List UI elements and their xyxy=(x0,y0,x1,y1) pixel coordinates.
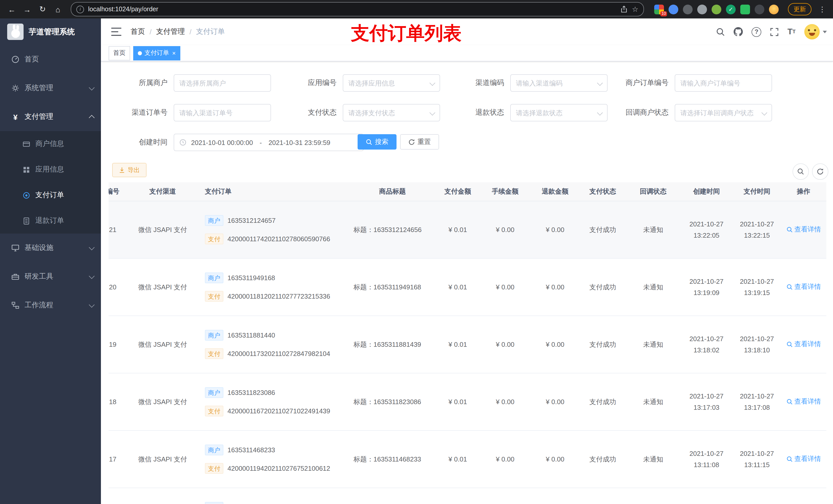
notify-status-select[interactable] xyxy=(675,104,772,121)
bookmark-star-icon[interactable]: ☆ xyxy=(632,5,638,13)
github-icon[interactable] xyxy=(734,27,743,37)
view-detail-link[interactable]: 查看详情 xyxy=(786,283,821,292)
fullscreen-icon[interactable] xyxy=(770,27,779,36)
channel-code-input[interactable] xyxy=(511,79,607,87)
cell-pay-amount: ¥ 0.01 xyxy=(436,316,479,373)
view-detail-link[interactable]: 查看详情 xyxy=(786,455,821,464)
merchant-order-field[interactable] xyxy=(675,74,772,92)
cell-create-time: 2021-10-27 13:18:02 xyxy=(680,316,733,373)
sidebar-item-workflow[interactable]: 工作流程 xyxy=(0,291,101,320)
breadcrumb-section[interactable]: 支付管理 xyxy=(156,27,185,37)
col-pay-status: 支付状态 xyxy=(579,182,626,201)
hamburger-icon[interactable] xyxy=(111,28,121,36)
logo-image xyxy=(7,24,24,40)
browser-reload-button[interactable]: ↻ xyxy=(36,3,49,16)
channel-order-input[interactable] xyxy=(174,109,270,117)
app-logo: 芋道管理系统 xyxy=(0,19,101,45)
export-button[interactable]: 导出 xyxy=(112,163,146,177)
sidebar-item-refund-order[interactable]: 退款订单 xyxy=(0,208,101,234)
sidebar-item-app-info[interactable]: 应用信息 xyxy=(0,157,101,182)
page-info-icon[interactable]: i xyxy=(76,5,84,13)
cell-action: 查看详情 xyxy=(781,258,826,316)
merchant-order-no: 1635312124657 xyxy=(228,217,276,224)
extension-icon-check[interactable]: ✓ xyxy=(726,4,736,14)
extension-icon-grid[interactable]: 10 xyxy=(654,4,664,14)
search-button[interactable]: 搜索 xyxy=(358,134,397,149)
refund-status-select[interactable] xyxy=(510,104,608,121)
share-icon[interactable] xyxy=(621,6,628,13)
filter-merchant: 所属商户 xyxy=(111,74,271,92)
app-select[interactable] xyxy=(343,74,440,92)
app-input[interactable] xyxy=(343,79,439,87)
sidebar-item-home[interactable]: 首页 xyxy=(0,45,101,74)
merchant-order-input[interactable] xyxy=(675,79,771,87)
extension-icon-pin[interactable] xyxy=(755,4,764,14)
extension-icon-gray[interactable] xyxy=(697,4,707,14)
notify-status-input[interactable] xyxy=(675,109,771,117)
search-icon[interactable] xyxy=(716,27,725,36)
merchant-badge: 商户 xyxy=(205,502,223,504)
close-icon[interactable]: × xyxy=(172,50,176,56)
pay-status-input[interactable] xyxy=(343,109,439,117)
reset-button[interactable]: 重置 xyxy=(400,134,439,149)
extension-icon-drop[interactable] xyxy=(669,4,678,14)
channel-code-select[interactable] xyxy=(510,74,608,92)
dashboard-icon xyxy=(11,55,20,64)
date-range-picker[interactable]: 2021-10-01 00:00:00 - 2021-10-31 23:59:5… xyxy=(174,134,364,151)
breadcrumb-home[interactable]: 首页 xyxy=(130,27,145,37)
sidebar-item-system[interactable]: 系统管理 xyxy=(0,74,101,102)
filter-pay-status: 支付状态 xyxy=(280,104,440,121)
extension-icon-dark[interactable] xyxy=(683,4,693,14)
cell-id: 18 xyxy=(109,373,128,431)
extension-icon-face[interactable] xyxy=(769,4,779,14)
browser-forward-button[interactable]: → xyxy=(21,3,34,16)
browser-update-button[interactable]: 更新 xyxy=(788,3,811,15)
user-avatar[interactable] xyxy=(804,24,827,40)
view-detail-link[interactable]: 查看详情 xyxy=(786,225,821,234)
refresh-button[interactable] xyxy=(812,163,828,180)
cell-order: 商户1635311881440 支付4200001173202110272847… xyxy=(197,316,348,373)
cell-pay-time: 2021-10-27 13:19:15 xyxy=(733,258,781,316)
font-size-icon[interactable]: TT xyxy=(787,28,795,36)
app-label: 应用编号 xyxy=(280,78,343,88)
view-detail-link[interactable]: 查看详情 xyxy=(786,340,821,349)
extension-icon-green[interactable] xyxy=(712,4,721,14)
url-text: localhost:1024/pay/order xyxy=(88,6,158,13)
chevron-down-icon xyxy=(89,85,95,90)
cell-order: 商户1635311468233 支付4200001194202110276752… xyxy=(197,431,348,488)
merchant-select[interactable] xyxy=(174,74,271,92)
sidebar-item-pay-order[interactable]: 支付订单 xyxy=(0,182,101,208)
pay-order-no: 4200001167202110271022491439 xyxy=(228,407,330,415)
pay-order-no: 4200001194202110276752100612 xyxy=(228,464,330,472)
filter-app: 应用编号 xyxy=(280,74,440,92)
col-order: 支付订单 xyxy=(197,182,348,201)
sidebar-item-infra[interactable]: 基础设施 xyxy=(0,234,101,262)
tab-pay-order[interactable]: 支付订单 × xyxy=(133,46,180,60)
view-detail-link[interactable]: 查看详情 xyxy=(786,397,821,406)
screen: ← → ↻ ⌂ i localhost:1024/pay/order ☆ 10 … xyxy=(0,0,833,504)
cell-pay-time: 2021-10-27 13:18:10 xyxy=(733,316,781,373)
toggle-search-button[interactable] xyxy=(792,163,809,180)
sidebar-item-payment[interactable]: ¥ 支付管理 xyxy=(0,102,101,131)
cell-fee-amount: ¥ 0.00 xyxy=(479,258,531,316)
merchant-input[interactable] xyxy=(174,79,270,87)
browser-home-button[interactable]: ⌂ xyxy=(51,3,65,16)
browser-back-button[interactable]: ← xyxy=(5,3,19,16)
sidebar-item-devtools[interactable]: 研发工具 xyxy=(0,262,101,291)
chevron-up-icon xyxy=(89,115,95,121)
cell-channel: 微信 JSAPI 支付 xyxy=(128,373,197,431)
channel-order-field[interactable] xyxy=(174,104,271,121)
filter-create-time: 创建时间 2021-10-01 00:00:00 - 2021-10-31 23… xyxy=(111,134,364,151)
yen-icon: ¥ xyxy=(11,113,20,121)
extension-icon-chat[interactable] xyxy=(740,4,750,14)
pay-order-no: 4200001173202110272847982104 xyxy=(228,350,330,358)
browser-menu-icon[interactable]: ⋮ xyxy=(817,5,828,13)
help-icon[interactable]: ? xyxy=(752,27,761,37)
refund-status-input[interactable] xyxy=(511,109,607,117)
address-bar[interactable]: i localhost:1024/pay/order ☆ xyxy=(71,2,644,16)
cell-pay-time: 2021-10-27 13:22:15 xyxy=(733,201,781,258)
sidebar-item-merchant-info[interactable]: 商户信息 xyxy=(0,131,101,157)
tab-home[interactable]: 首页 xyxy=(109,46,130,60)
cell-fee-amount: ¥ 0.00 xyxy=(479,201,531,258)
pay-status-select[interactable] xyxy=(343,104,440,121)
